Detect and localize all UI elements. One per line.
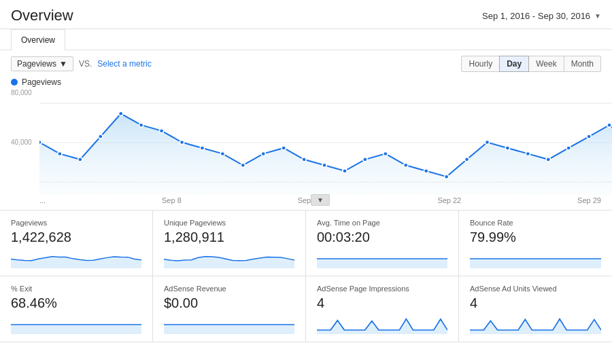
svg-point-7 [119,111,123,115]
metric-dropdown[interactable]: Pageviews ▼ [11,56,73,71]
svg-point-30 [587,134,591,139]
svg-point-11 [200,146,204,150]
metric-value: 4 [317,295,447,311]
metric-name: % Exit [11,285,141,293]
metric-card-%-exit: % Exit68.46% [0,276,153,342]
metric-value: 4 [470,295,601,311]
time-buttons-group: Hourly Day Week Month [462,56,601,72]
metric-dropdown-label: Pageviews [17,59,56,69]
date-range-text: Sep 1, 2016 - Sep 30, 2016 [482,11,590,21]
x-label-sep8: Sep 8 [162,196,182,204]
metric-sparkline [317,315,447,334]
svg-point-29 [566,146,571,150]
svg-point-27 [526,151,530,156]
metrics-grid: Pageviews1,422,628Unique Pageviews1,280,… [0,210,612,342]
page-title: Overview [11,7,73,24]
svg-point-6 [99,134,103,139]
svg-point-10 [180,141,184,145]
metric-value: $0.00 [164,295,294,311]
metric-card-adsense-revenue: AdSense Revenue$0.00 [153,276,306,342]
chart-svg [39,90,612,195]
metric-sparkline [164,249,294,268]
metric-sparkline [317,249,447,268]
chart-container [39,90,612,195]
metric-name: Pageviews [11,219,141,227]
time-btn-month[interactable]: Month [564,56,601,72]
svg-point-8 [139,123,143,127]
metric-value: 00:03:20 [317,230,447,245]
svg-point-21 [404,163,408,167]
metric-card-unique-pageviews: Unique Pageviews1,280,911 [153,211,306,276]
x-label-start: ... [39,196,46,204]
svg-point-28 [546,158,550,162]
time-btn-hourly[interactable]: Hourly [461,56,500,72]
metric-dropdown-icon: ▼ [59,59,67,69]
metric-card-bounce-rate: Bounce Rate79.99% [459,211,612,276]
svg-point-22 [424,169,428,173]
date-range-dropdown-icon: ▼ [594,12,601,20]
metric-card-avg.-time-on-page: Avg. Time on Page00:03:20 [306,211,459,276]
chart-area: Pageviews 80,000 40,000 [0,77,612,204]
metric-value: 79.99% [470,230,601,245]
legend-dot [11,79,18,86]
metric-card-pageviews: Pageviews1,422,628 [0,211,153,276]
legend-label: Pageviews [22,77,61,87]
svg-point-13 [241,163,245,167]
x-label-sep22: Sep 22 [437,196,461,204]
metric-card-adsense-page-impressions: AdSense Page Impressions4 [306,276,459,342]
select-metric-link[interactable]: Select a metric [97,59,151,69]
svg-point-20 [384,151,388,156]
svg-point-18 [343,169,347,173]
svg-point-17 [322,163,326,167]
svg-point-12 [220,151,224,156]
vs-label: VS. [79,59,92,69]
controls-left: Pageviews ▼ VS. Select a metric [11,56,152,71]
metric-name: AdSense Ad Units Viewed [470,285,601,293]
time-btn-week[interactable]: Week [528,56,564,72]
controls-bar: Pageviews ▼ VS. Select a metric Hourly D… [0,50,612,77]
chart-scroll-button[interactable]: ▼ [311,194,330,206]
metric-name: Bounce Rate [470,219,601,227]
y-label-40k: 40,000 [11,139,32,146]
metric-value: 1,280,911 [164,230,294,245]
svg-point-9 [159,129,163,133]
y-label-80k: 80,000 [11,90,32,96]
metric-value: 68.46% [11,295,141,311]
metric-sparkline [164,315,294,334]
svg-point-4 [58,151,62,156]
tab-overview[interactable]: Overview [11,29,65,50]
svg-point-23 [444,175,448,179]
header: Overview Sep 1, 2016 - Sep 30, 2016 ▼ [0,0,612,29]
svg-point-19 [363,158,367,162]
svg-point-16 [302,158,306,162]
metric-name: Avg. Time on Page [317,219,447,227]
svg-point-3 [39,141,41,145]
svg-point-14 [261,151,265,156]
metric-sparkline [470,249,601,268]
time-btn-day[interactable]: Day [499,56,529,72]
svg-point-5 [78,158,82,162]
metric-name: AdSense Page Impressions [317,285,447,293]
svg-point-31 [607,123,611,127]
svg-point-26 [505,146,509,150]
metric-sparkline [470,315,601,334]
metric-value: 1,422,628 [11,230,141,245]
metric-card-adsense-ad-units-viewed: AdSense Ad Units Viewed4 [459,276,612,342]
chart-legend: Pageviews [11,77,601,87]
x-label-sep29: Sep 29 [577,196,601,204]
metric-name: AdSense Revenue [164,285,294,293]
tabs-bar: Overview [0,29,612,50]
svg-point-24 [464,158,469,162]
metric-name: Unique Pageviews [164,219,294,227]
svg-point-25 [485,141,489,145]
svg-point-15 [282,146,286,150]
metric-sparkline [11,315,141,334]
date-range-picker[interactable]: Sep 1, 2016 - Sep 30, 2016 ▼ [482,11,601,21]
metric-sparkline [11,249,141,268]
